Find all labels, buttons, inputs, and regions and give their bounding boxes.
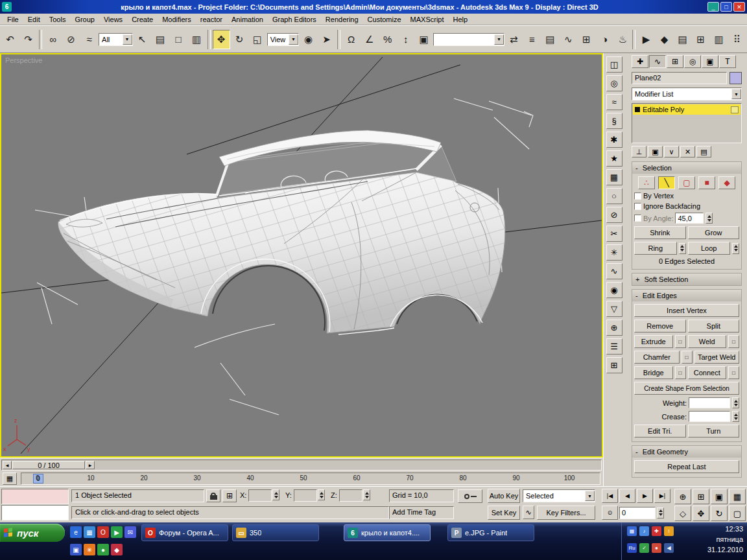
quicklaunch-icon-6[interactable]: ▣ xyxy=(70,544,82,555)
side-tool-icon-14[interactable]: ▽ xyxy=(606,301,622,317)
side-tool-icon-3[interactable]: ≈ xyxy=(606,94,622,110)
edge-mode-icon[interactable]: ╲ xyxy=(658,176,675,189)
insert-vertex-button[interactable]: Insert Vertex xyxy=(634,304,739,317)
tab-display-icon[interactable]: ▣ xyxy=(702,55,718,68)
chevron-down-icon[interactable]: ▼ xyxy=(731,89,741,99)
add-time-tag-button[interactable]: Add Time Tag xyxy=(389,506,454,519)
ignore-backfacing-checkbox[interactable] xyxy=(634,203,641,210)
extras-icon[interactable]: ⠿ xyxy=(728,30,746,49)
modifier-stack[interactable]: Editable Poly xyxy=(632,103,742,143)
side-tool-icon-16[interactable]: ☰ xyxy=(606,338,622,355)
x-coordinate-field[interactable] xyxy=(248,489,272,502)
next-frame-icon[interactable]: ▶| xyxy=(654,489,670,503)
menu-item[interactable]: Graph Editors xyxy=(268,14,321,25)
percent-snap-icon[interactable]: % xyxy=(379,30,396,49)
key-filters-button[interactable]: Key Filters... xyxy=(537,506,595,520)
side-tool-icon-5[interactable]: ✱ xyxy=(606,132,622,148)
border-mode-icon[interactable]: ▢ xyxy=(678,176,695,189)
unlink-selection-icon[interactable]: ⊘ xyxy=(62,30,80,49)
chevron-down-icon[interactable]: ▼ xyxy=(123,34,132,45)
zoom-icon[interactable]: ⊕ xyxy=(674,489,691,504)
loop-button[interactable]: Loop xyxy=(688,242,731,255)
side-tool-icon-17[interactable]: ⊞ xyxy=(606,357,622,373)
reference-coordinate-dropdown[interactable]: View ▼ xyxy=(267,33,299,46)
edit-geometry-rollout-header[interactable]: - Edit Geometry xyxy=(632,446,741,458)
menu-item[interactable]: File xyxy=(3,14,23,25)
tab-hierarchy-icon[interactable]: ⊞ xyxy=(667,55,683,68)
absolute-offset-toggle-icon[interactable]: ⊞ xyxy=(222,489,237,502)
bind-to-space-warp-icon[interactable]: ≈ xyxy=(80,30,98,49)
tray-antivirus-icon[interactable]: ✚ xyxy=(652,526,661,536)
quicklaunch-mail-icon[interactable]: ✉ xyxy=(124,526,136,538)
side-tool-icon-10[interactable]: ✂ xyxy=(606,226,622,242)
element-mode-icon[interactable]: ◆ xyxy=(718,176,735,189)
loop-spinner[interactable] xyxy=(732,243,739,254)
render-last-icon[interactable]: ◆ xyxy=(656,30,673,49)
use-pivot-center-icon[interactable]: ◉ xyxy=(300,30,317,49)
menu-item[interactable]: Customize xyxy=(363,14,406,25)
tray-language-icon[interactable]: Ru xyxy=(627,543,637,553)
mirror-icon[interactable]: ⇄ xyxy=(505,30,523,49)
menu-item[interactable]: Views xyxy=(99,14,127,25)
y-coordinate-field[interactable] xyxy=(294,489,317,502)
create-shape-button[interactable]: Create Shape From Selection xyxy=(634,382,739,395)
quicklaunch-icon-7[interactable]: ✳ xyxy=(84,544,95,555)
x-spinner[interactable] xyxy=(272,489,279,500)
side-tool-icon-11[interactable]: ✳ xyxy=(606,244,622,261)
side-tool-icon-1[interactable]: ◫ xyxy=(606,56,622,73)
align-icon[interactable]: ≡ xyxy=(523,30,541,49)
pan-icon[interactable]: ✥ xyxy=(693,506,709,521)
frame-forward-arrow[interactable]: ▶ xyxy=(86,461,95,469)
grow-button[interactable]: Grow xyxy=(688,226,740,239)
z-spinner[interactable] xyxy=(363,489,370,500)
viewport-label[interactable]: Perspective xyxy=(5,56,42,64)
weld-button[interactable]: Weld xyxy=(688,335,727,348)
pin-stack-icon[interactable]: ⊥ xyxy=(632,146,646,158)
time-slider-handle[interactable]: 0 / 100 xyxy=(12,461,85,469)
restore-button-icon[interactable]: □ xyxy=(720,2,732,12)
configure-modifier-sets-icon[interactable]: ▤ xyxy=(696,146,711,158)
side-tool-icon-13[interactable]: ◉ xyxy=(606,282,622,298)
object-color-swatch[interactable] xyxy=(729,72,742,84)
layers-icon[interactable]: ▤ xyxy=(674,30,691,49)
default-in-out-tangent-icon[interactable]: ∿ xyxy=(523,506,534,519)
zoom-extents-icon[interactable]: ▣ xyxy=(711,489,728,504)
material-editor-icon[interactable]: ◑ xyxy=(596,30,613,49)
quicklaunch-icon-8[interactable]: ● xyxy=(97,544,109,555)
quicklaunch-player-icon[interactable]: ▶ xyxy=(111,526,123,538)
side-tool-icon-9[interactable]: ⊘ xyxy=(606,207,622,223)
zoom-extents-all-icon[interactable]: ▦ xyxy=(729,489,746,504)
render-shortcut-icon[interactable]: ▶ xyxy=(637,30,655,49)
vertex-mode-icon[interactable]: ∴ xyxy=(638,176,655,189)
quicklaunch-desktop-icon[interactable]: ▦ xyxy=(84,526,95,538)
edit-tri-button[interactable]: Edit Tri. xyxy=(634,425,686,438)
rectangular-selection-region-icon[interactable]: □ xyxy=(170,30,187,49)
chevron-down-icon[interactable]: ▼ xyxy=(585,491,595,501)
menu-item[interactable]: Modifiers xyxy=(158,14,196,25)
show-end-result-icon[interactable]: ▣ xyxy=(648,146,663,158)
menu-item[interactable]: Edit xyxy=(23,14,45,25)
taskbar-task-paint[interactable]: P e.JPG - Paint xyxy=(447,524,534,541)
menu-item[interactable]: Help xyxy=(449,14,473,25)
edit-edges-rollout-header[interactable]: - Edit Edges xyxy=(632,290,741,301)
frame-spinner[interactable] xyxy=(657,508,664,519)
side-tool-icon-4[interactable]: § xyxy=(606,113,622,129)
menu-item[interactable]: Rendering xyxy=(321,14,363,25)
play-animation-icon[interactable]: ▶ xyxy=(637,489,653,503)
selection-filter-dropdown[interactable]: All ▼ xyxy=(99,33,132,46)
side-tool-icon-2[interactable]: ◎ xyxy=(606,75,622,91)
arc-rotate-icon[interactable]: ↻ xyxy=(711,506,728,521)
redo-icon[interactable]: ↷ xyxy=(19,30,37,49)
selection-lock-icon[interactable] xyxy=(206,489,220,502)
current-frame-field[interactable]: 0 xyxy=(619,507,656,519)
select-and-link-icon[interactable]: ∞ xyxy=(44,30,62,49)
keyboard-override-icon[interactable] xyxy=(458,489,482,503)
tab-modify-icon[interactable]: ∿ xyxy=(649,55,666,68)
viewport-canvas[interactable]: z x y xyxy=(1,54,602,456)
chamfer-settings-icon[interactable]: □ xyxy=(682,351,693,364)
modifier-stack-selected-row[interactable]: Editable Poly xyxy=(633,104,741,115)
tray-update-icon[interactable]: ! xyxy=(664,526,674,536)
track-bar-ruler[interactable]: 0 0102030405060708090100 xyxy=(21,472,600,485)
schematic-view-icon[interactable]: ⊞ xyxy=(578,30,595,49)
curve-editor-icon[interactable]: ∿ xyxy=(560,30,577,49)
